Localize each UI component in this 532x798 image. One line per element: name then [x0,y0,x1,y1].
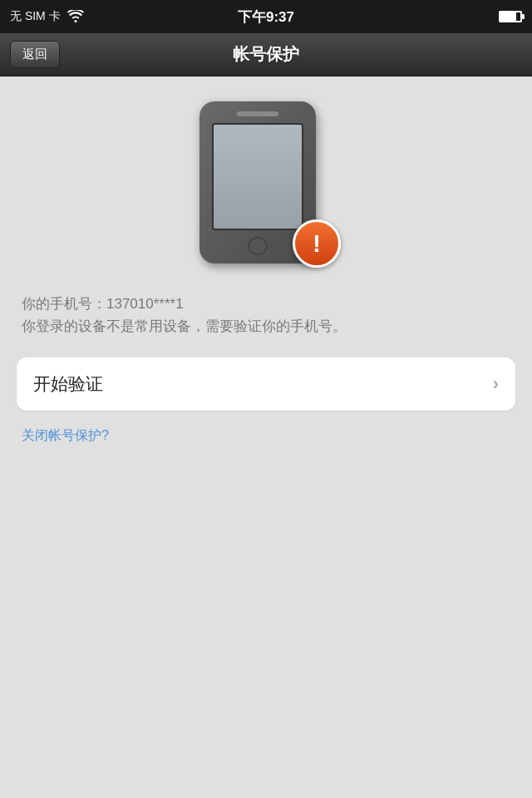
description-text: 你的手机号：137010****1 你登录的设备不是常用设备，需要验证你的手机号… [17,293,515,337]
description-line2: 你登录的设备不是常用设备，需要验证你的手机号。 [22,318,347,334]
phone-screen [212,123,303,229]
sim-status: 无 SIM 卡 [10,9,61,24]
arrow-icon: › [493,373,499,395]
phone-home-button [248,237,268,255]
back-button[interactable]: 返回 [10,41,60,68]
icon-area: ! [17,101,515,268]
exclamation-icon: ! [313,231,321,256]
main-content: ! 你的手机号：137010****1 你登录的设备不是常用设备，需要验证你的手… [0,76,532,461]
battery-icon [499,11,522,22]
status-left: 无 SIM 卡 [10,9,84,24]
status-right [499,11,522,22]
nav-bar: 返回 帐号保护 [0,33,532,76]
disable-account-protection-link[interactable]: 关闭帐号保护? [17,425,114,446]
status-bar: 无 SIM 卡 下午9:37 [0,0,532,33]
phone-number: 137010****1 [106,296,184,312]
status-time: 下午9:37 [238,7,294,27]
phone-speaker [237,111,278,116]
verify-button[interactable]: 开始验证 › [17,357,515,411]
nav-title: 帐号保护 [233,43,299,66]
phone-icon-wrapper: ! [200,101,332,268]
warning-badge: ! [293,219,341,268]
wifi-icon [67,10,84,23]
phone-number-label: 你的手机号： [22,296,106,312]
verify-button-label: 开始验证 [33,372,103,396]
